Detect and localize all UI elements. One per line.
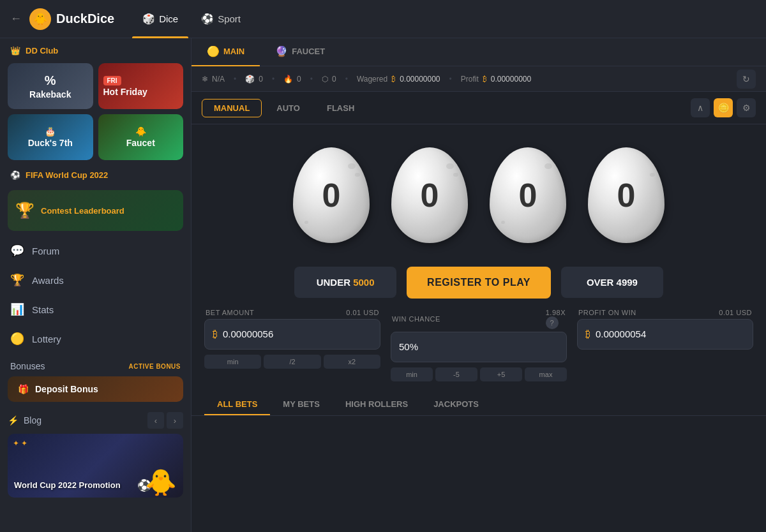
- egg-shape-3: 0: [490, 147, 566, 243]
- sidebar-item-awards[interactable]: 🏆 Awards: [0, 265, 191, 295]
- tab-high-rollers[interactable]: HIGH ROLLERS: [333, 394, 421, 415]
- dice-icon: 🎲: [245, 75, 255, 84]
- card-hotfriday[interactable]: FRI Hot Friday: [98, 63, 184, 109]
- back-button[interactable]: ←: [10, 12, 22, 26]
- chance-min-button[interactable]: min: [391, 367, 433, 381]
- egg-spot-2: [355, 173, 360, 177]
- over-button[interactable]: OVER 4999: [561, 267, 663, 298]
- stats-label: Stats: [32, 304, 54, 315]
- ddclub-text: DD Club: [26, 46, 58, 55]
- deposit-label: Deposit Bonus: [35, 384, 98, 394]
- blog-icon: ⚡: [8, 415, 19, 425]
- leaderboard-text: Contest Leaderboard: [41, 206, 124, 216]
- multiplier-help-icon[interactable]: ?: [546, 316, 559, 329]
- fifa-icon: ⚽: [10, 170, 20, 180]
- profit-usd: 0.01 USD: [719, 309, 752, 316]
- card-faucet[interactable]: 🐥 Faucet: [98, 114, 184, 160]
- leaderboard-icon: 🏆: [15, 202, 34, 219]
- blog-prev-button[interactable]: ‹: [147, 412, 164, 429]
- level-value: N/A: [212, 75, 225, 84]
- sport-tab-label: Sport: [218, 13, 241, 24]
- leaderboard-card[interactable]: 🏆 Contest Leaderboard: [8, 190, 183, 231]
- dice-tab-label: Dice: [159, 13, 178, 24]
- card-rakeback[interactable]: % Rakeback: [8, 63, 93, 109]
- profit-btc-icon: ₿: [585, 329, 590, 340]
- wagered-label: Wagered: [357, 75, 387, 84]
- bet-amount-group: BET AMOUNT 0.01 USD ₿ min /2 x2: [204, 309, 380, 381]
- faucet-tab-label: FAUCET: [292, 47, 325, 56]
- faucet-card-icon: 🐥: [135, 126, 146, 137]
- bet-tab-flash[interactable]: FLASH: [315, 99, 366, 117]
- blog-card[interactable]: ✦ ✦ World Cup 2022 Promotion ⚽ 🐥: [8, 434, 183, 498]
- egg-spot-1: [348, 163, 356, 169]
- btc-icon-wagered: ₿: [391, 75, 396, 84]
- sidebar-cards: % Rakeback FRI Hot Friday 🎂 Duck's 7th 🐥…: [0, 61, 191, 163]
- dice-egg-2: 0: [388, 144, 471, 246]
- dice-egg-3: 0: [486, 144, 569, 246]
- tab-my-bets[interactable]: MY BETS: [270, 394, 333, 415]
- faucet-card-label: Faucet: [126, 138, 155, 148]
- egg-spot-3: [304, 221, 308, 224]
- tab-dice[interactable]: 🎲 Dice: [132, 0, 188, 38]
- body: 👑 DD Club % Rakeback FRI Hot Friday 🎂 Du…: [0, 38, 766, 532]
- badge-value: 0: [332, 75, 336, 84]
- stats-icon: 📊: [10, 302, 24, 316]
- win-chance-label-row: WIN CHANCE 1.98x ?: [391, 309, 567, 329]
- bet-amount-input[interactable]: [223, 329, 372, 339]
- sidebar: 👑 DD Club % Rakeback FRI Hot Friday 🎂 Du…: [0, 38, 192, 532]
- refresh-button[interactable]: ↻: [737, 70, 756, 89]
- win-chance-input-wrapper: [391, 332, 567, 362]
- egg-shape-1: 0: [293, 147, 370, 243]
- tab-sport[interactable]: ⚽ Sport: [191, 0, 251, 38]
- nav-tabs: 🎲 Dice ⚽ Sport: [132, 0, 251, 38]
- tab-jackpots[interactable]: JACKPOTS: [421, 394, 492, 415]
- register-to-play-button[interactable]: REGISTER TO PLAY: [407, 267, 551, 299]
- bet-double-button[interactable]: x2: [324, 355, 380, 369]
- bet-tab-manual[interactable]: MANUAL: [202, 99, 262, 117]
- bonuses-label: Bonuses: [10, 361, 45, 371]
- action-buttons: UNDER 5000 REGISTER TO PLAY OVER 4999: [192, 267, 766, 309]
- chance-plus5-button[interactable]: +5: [480, 367, 522, 381]
- bet-amount-usd: 0.01 USD: [346, 309, 379, 316]
- game-tab-main[interactable]: 🟡 MAIN: [192, 38, 260, 66]
- dice-value-4: 0: [617, 176, 636, 214]
- logo-icon: 🐥: [29, 8, 51, 30]
- bet-amount-sub-btns: min /2 x2: [204, 355, 380, 369]
- blog-nav: ‹ ›: [147, 412, 183, 429]
- blog-next-button[interactable]: ›: [167, 412, 183, 429]
- bet-min-button[interactable]: min: [204, 355, 261, 369]
- stats-wagered: Wagered ₿ 0.00000000: [357, 75, 440, 84]
- tab-all-bets[interactable]: ALL BETS: [204, 394, 270, 415]
- settings-button[interactable]: ⚙: [737, 98, 756, 117]
- stats-badge: ⬡ 0: [322, 75, 336, 84]
- egg-shape-4: 0: [588, 147, 665, 243]
- sidebar-item-forum[interactable]: 💬 Forum: [0, 236, 191, 265]
- win-chance-sub-btns: min -5 +5 max: [391, 367, 567, 381]
- bet-tab-auto[interactable]: AUTO: [264, 99, 312, 117]
- under-button[interactable]: UNDER 5000: [294, 267, 396, 298]
- bet-half-button[interactable]: /2: [264, 355, 320, 369]
- sidebar-item-stats[interactable]: 📊 Stats: [0, 295, 191, 324]
- profit-on-win-group: PROFIT ON WIN 0.01 USD ₿: [577, 309, 753, 381]
- game-tab-faucet[interactable]: 🔮 FAUCET: [260, 38, 340, 66]
- dice-egg-4: 0: [585, 144, 668, 246]
- rakeback-icon: %: [45, 73, 56, 88]
- faucet-tab-icon: 🔮: [275, 45, 288, 57]
- fifa-label: ⚽ FIFA World Cup 2022: [0, 163, 191, 185]
- stats-level: ❄ N/A: [202, 75, 225, 84]
- bets-area: [192, 416, 766, 533]
- sidebar-item-lottery[interactable]: 🟡 Lottery: [0, 324, 191, 353]
- deposit-bonus-card[interactable]: 🎁 Deposit Bonus: [8, 376, 183, 402]
- chart-toggle-button[interactable]: ∧: [691, 98, 710, 117]
- chance-max-button[interactable]: max: [525, 367, 567, 381]
- card-ducks7th[interactable]: 🎂 Duck's 7th: [8, 114, 93, 160]
- deposit-icon: 🎁: [18, 384, 29, 394]
- coin-button[interactable]: 🪙: [714, 98, 733, 117]
- sport-tab-icon: ⚽: [201, 13, 214, 25]
- bonuses-section: Bonuses ACTIVE BONUS 🎁 Deposit Bonus: [0, 353, 191, 407]
- win-chance-input[interactable]: [399, 341, 559, 352]
- rakeback-label: Rakeback: [29, 89, 71, 100]
- chance-minus5-button[interactable]: -5: [435, 367, 477, 381]
- profit-input[interactable]: [596, 329, 745, 339]
- main-tab-icon: 🟡: [207, 45, 220, 57]
